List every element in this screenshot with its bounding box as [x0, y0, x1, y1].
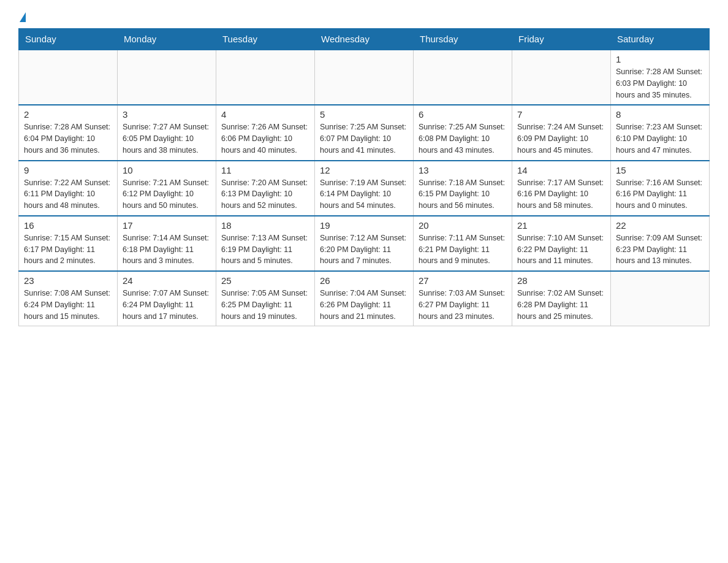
- day-number: 26: [320, 275, 408, 286]
- day-number: 3: [123, 109, 211, 120]
- day-info: Sunrise: 7:02 AM Sunset: 6:28 PM Dayligh…: [517, 288, 605, 322]
- logo: [18, 12, 26, 22]
- day-number: 17: [123, 220, 211, 231]
- day-number: 12: [320, 165, 408, 175]
- day-number: 2: [24, 109, 112, 120]
- day-number: 24: [123, 275, 211, 286]
- weekday-header-row: SundayMondayTuesdayWednesdayThursdayFrid…: [19, 29, 710, 50]
- day-info: Sunrise: 7:25 AM Sunset: 6:08 PM Dayligh…: [419, 121, 507, 156]
- day-info: Sunrise: 7:20 AM Sunset: 6:13 PM Dayligh…: [221, 177, 309, 212]
- calendar-cell: [118, 50, 216, 105]
- day-info: Sunrise: 7:25 AM Sunset: 6:07 PM Dayligh…: [320, 121, 408, 156]
- calendar-cell: 14Sunrise: 7:17 AM Sunset: 6:16 PM Dayli…: [512, 161, 611, 216]
- weekday-header-thursday: Thursday: [414, 29, 512, 50]
- logo-triangle-icon: [20, 12, 26, 22]
- calendar-cell: [414, 50, 512, 105]
- day-number: 23: [24, 275, 112, 286]
- day-info: Sunrise: 7:09 AM Sunset: 6:23 PM Dayligh…: [616, 232, 704, 267]
- calendar-cell: 27Sunrise: 7:03 AM Sunset: 6:27 PM Dayli…: [414, 271, 512, 326]
- day-info: Sunrise: 7:23 AM Sunset: 6:10 PM Dayligh…: [616, 121, 704, 156]
- weekday-header-friday: Friday: [512, 29, 611, 50]
- calendar-cell: 10Sunrise: 7:21 AM Sunset: 6:12 PM Dayli…: [118, 161, 216, 216]
- weekday-header-wednesday: Wednesday: [315, 29, 414, 50]
- day-info: Sunrise: 7:08 AM Sunset: 6:24 PM Dayligh…: [24, 288, 112, 322]
- day-number: 28: [517, 275, 605, 286]
- calendar-week-row: 1Sunrise: 7:28 AM Sunset: 6:03 PM Daylig…: [19, 50, 710, 105]
- weekday-header-saturday: Saturday: [611, 29, 710, 50]
- day-number: 7: [517, 109, 605, 120]
- calendar-body: 1Sunrise: 7:28 AM Sunset: 6:03 PM Daylig…: [19, 50, 710, 326]
- calendar-cell: 25Sunrise: 7:05 AM Sunset: 6:25 PM Dayli…: [216, 271, 315, 326]
- calendar-cell: 20Sunrise: 7:11 AM Sunset: 6:21 PM Dayli…: [414, 216, 512, 271]
- day-number: 6: [419, 109, 507, 120]
- day-info: Sunrise: 7:11 AM Sunset: 6:21 PM Dayligh…: [419, 232, 507, 267]
- weekday-header-tuesday: Tuesday: [216, 29, 315, 50]
- calendar-cell: 11Sunrise: 7:20 AM Sunset: 6:13 PM Dayli…: [216, 161, 315, 216]
- day-info: Sunrise: 7:28 AM Sunset: 6:04 PM Dayligh…: [24, 121, 112, 156]
- calendar-cell: 28Sunrise: 7:02 AM Sunset: 6:28 PM Dayli…: [512, 271, 611, 326]
- day-info: Sunrise: 7:10 AM Sunset: 6:22 PM Dayligh…: [517, 232, 605, 267]
- day-number: 19: [320, 220, 408, 231]
- calendar-cell: 22Sunrise: 7:09 AM Sunset: 6:23 PM Dayli…: [611, 216, 710, 271]
- calendar-header: SundayMondayTuesdayWednesdayThursdayFrid…: [19, 29, 710, 50]
- calendar-cell: 2Sunrise: 7:28 AM Sunset: 6:04 PM Daylig…: [19, 105, 118, 160]
- calendar-cell: 15Sunrise: 7:16 AM Sunset: 6:16 PM Dayli…: [611, 161, 710, 216]
- calendar-cell: 9Sunrise: 7:22 AM Sunset: 6:11 PM Daylig…: [19, 161, 118, 216]
- day-info: Sunrise: 7:26 AM Sunset: 6:06 PM Dayligh…: [221, 121, 309, 156]
- day-number: 8: [616, 109, 704, 120]
- calendar-cell: 5Sunrise: 7:25 AM Sunset: 6:07 PM Daylig…: [315, 105, 414, 160]
- day-info: Sunrise: 7:17 AM Sunset: 6:16 PM Dayligh…: [517, 177, 605, 212]
- day-number: 16: [24, 220, 112, 231]
- calendar-week-row: 23Sunrise: 7:08 AM Sunset: 6:24 PM Dayli…: [19, 271, 710, 326]
- day-info: Sunrise: 7:21 AM Sunset: 6:12 PM Dayligh…: [123, 177, 211, 212]
- day-number: 9: [24, 165, 112, 175]
- day-info: Sunrise: 7:07 AM Sunset: 6:24 PM Dayligh…: [123, 288, 211, 322]
- day-number: 20: [419, 220, 507, 231]
- day-number: 15: [616, 165, 704, 175]
- day-info: Sunrise: 7:28 AM Sunset: 6:03 PM Dayligh…: [616, 66, 704, 101]
- day-number: 13: [419, 165, 507, 175]
- calendar-cell: 4Sunrise: 7:26 AM Sunset: 6:06 PM Daylig…: [216, 105, 315, 160]
- calendar-cell: [611, 271, 710, 326]
- calendar-cell: 26Sunrise: 7:04 AM Sunset: 6:26 PM Dayli…: [315, 271, 414, 326]
- calendar-cell: 6Sunrise: 7:25 AM Sunset: 6:08 PM Daylig…: [414, 105, 512, 160]
- calendar-cell: 19Sunrise: 7:12 AM Sunset: 6:20 PM Dayli…: [315, 216, 414, 271]
- calendar-week-row: 16Sunrise: 7:15 AM Sunset: 6:17 PM Dayli…: [19, 216, 710, 271]
- day-info: Sunrise: 7:14 AM Sunset: 6:18 PM Dayligh…: [123, 232, 211, 267]
- calendar-cell: 24Sunrise: 7:07 AM Sunset: 6:24 PM Dayli…: [118, 271, 216, 326]
- calendar-cell: 13Sunrise: 7:18 AM Sunset: 6:15 PM Dayli…: [414, 161, 512, 216]
- calendar-cell: 1Sunrise: 7:28 AM Sunset: 6:03 PM Daylig…: [611, 50, 710, 105]
- calendar-table: SundayMondayTuesdayWednesdayThursdayFrid…: [18, 28, 710, 326]
- day-number: 14: [517, 165, 605, 175]
- calendar-cell: 12Sunrise: 7:19 AM Sunset: 6:14 PM Dayli…: [315, 161, 414, 216]
- calendar-cell: 8Sunrise: 7:23 AM Sunset: 6:10 PM Daylig…: [611, 105, 710, 160]
- day-number: 11: [221, 165, 309, 175]
- day-number: 5: [320, 109, 408, 120]
- day-number: 10: [123, 165, 211, 175]
- day-info: Sunrise: 7:24 AM Sunset: 6:09 PM Dayligh…: [517, 121, 605, 156]
- day-number: 27: [419, 275, 507, 286]
- weekday-header-sunday: Sunday: [19, 29, 118, 50]
- day-info: Sunrise: 7:03 AM Sunset: 6:27 PM Dayligh…: [419, 288, 507, 322]
- day-info: Sunrise: 7:16 AM Sunset: 6:16 PM Dayligh…: [616, 177, 704, 212]
- day-info: Sunrise: 7:05 AM Sunset: 6:25 PM Dayligh…: [221, 288, 309, 322]
- weekday-header-monday: Monday: [118, 29, 216, 50]
- calendar-cell: [512, 50, 611, 105]
- day-number: 4: [221, 109, 309, 120]
- day-info: Sunrise: 7:15 AM Sunset: 6:17 PM Dayligh…: [24, 232, 112, 267]
- day-info: Sunrise: 7:22 AM Sunset: 6:11 PM Dayligh…: [24, 177, 112, 212]
- day-info: Sunrise: 7:13 AM Sunset: 6:19 PM Dayligh…: [221, 232, 309, 267]
- calendar-week-row: 9Sunrise: 7:22 AM Sunset: 6:11 PM Daylig…: [19, 161, 710, 216]
- calendar-cell: 16Sunrise: 7:15 AM Sunset: 6:17 PM Dayli…: [19, 216, 118, 271]
- calendar-cell: 21Sunrise: 7:10 AM Sunset: 6:22 PM Dayli…: [512, 216, 611, 271]
- calendar-cell: [216, 50, 315, 105]
- day-number: 25: [221, 275, 309, 286]
- calendar-cell: 7Sunrise: 7:24 AM Sunset: 6:09 PM Daylig…: [512, 105, 611, 160]
- day-info: Sunrise: 7:18 AM Sunset: 6:15 PM Dayligh…: [419, 177, 507, 212]
- day-info: Sunrise: 7:27 AM Sunset: 6:05 PM Dayligh…: [123, 121, 211, 156]
- day-info: Sunrise: 7:04 AM Sunset: 6:26 PM Dayligh…: [320, 288, 408, 322]
- calendar-cell: 18Sunrise: 7:13 AM Sunset: 6:19 PM Dayli…: [216, 216, 315, 271]
- day-number: 1: [616, 54, 704, 64]
- day-number: 22: [616, 220, 704, 231]
- calendar-cell: [19, 50, 118, 105]
